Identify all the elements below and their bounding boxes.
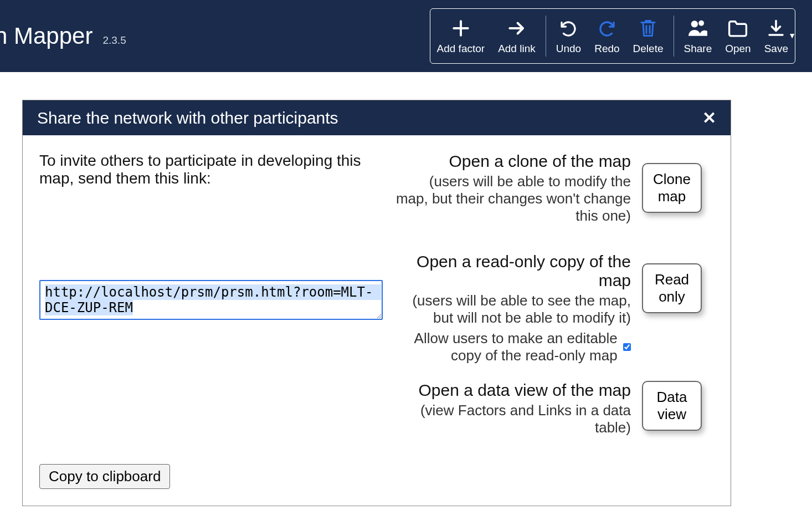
share-url-container bbox=[39, 280, 383, 364]
chevron-down-icon: ▼ bbox=[788, 31, 796, 40]
app-version: 2.3.5 bbox=[102, 34, 126, 47]
toolbar-separator bbox=[674, 16, 674, 57]
toolbar-label: Undo bbox=[556, 43, 581, 55]
toolbar-separator bbox=[546, 16, 546, 57]
toolbar-group-edit: Undo Redo Delete bbox=[549, 9, 670, 63]
read-only-button[interactable]: Read only bbox=[642, 263, 702, 313]
dialog-body: To invite others to participate in devel… bbox=[23, 135, 731, 506]
toolbar: Add factor Add link Undo Redo bbox=[430, 8, 795, 64]
trash-icon bbox=[638, 17, 658, 39]
delete-button[interactable]: Delete bbox=[626, 9, 670, 63]
svg-point-1 bbox=[698, 21, 704, 26]
readonly-option: Open a read-only copy of the map (users … bbox=[394, 252, 631, 364]
toolbar-label: Redo bbox=[594, 43, 619, 55]
toolbar-group-file: Share Open ▼ Save bbox=[677, 9, 795, 63]
add-link-button[interactable]: Add link bbox=[491, 9, 542, 63]
undo-button[interactable]: Undo bbox=[549, 9, 588, 63]
data-view-button[interactable]: Data view bbox=[642, 381, 702, 431]
dialog-title: Share the network with other participant… bbox=[37, 109, 338, 128]
users-icon bbox=[687, 17, 709, 39]
toolbar-label: Open bbox=[725, 43, 751, 55]
readonly-allow-checkbox[interactable] bbox=[623, 340, 631, 354]
clone-option: Open a clone of the map (users will be a… bbox=[394, 152, 631, 225]
download-icon bbox=[766, 17, 786, 39]
redo-icon bbox=[597, 17, 617, 39]
copy-to-clipboard-button[interactable]: Copy to clipboard bbox=[39, 464, 170, 489]
close-icon[interactable]: ✕ bbox=[702, 108, 716, 128]
readonly-title: Open a read-only copy of the map bbox=[394, 252, 631, 290]
svg-point-0 bbox=[691, 21, 698, 27]
plus-icon bbox=[450, 17, 471, 39]
share-url-input[interactable] bbox=[39, 280, 383, 320]
open-button[interactable]: Open bbox=[718, 9, 757, 63]
share-button[interactable]: Share bbox=[677, 9, 719, 63]
toolbar-label: Delete bbox=[633, 43, 664, 55]
app-title: n Mapper bbox=[0, 23, 92, 49]
share-dialog: Share the network with other participant… bbox=[22, 100, 731, 506]
add-factor-button[interactable]: Add factor bbox=[430, 9, 492, 63]
toolbar-group-add: Add factor Add link bbox=[430, 9, 542, 63]
top-bar: n Mapper 2.3.5 Add factor Add link bbox=[0, 0, 812, 72]
readonly-allow-row: Allow users to make an editable copy of … bbox=[394, 330, 631, 364]
undo-icon bbox=[558, 17, 578, 39]
clone-map-button[interactable]: Clone map bbox=[642, 163, 702, 213]
dataview-subtitle: (view Factors and Links in a data table) bbox=[394, 402, 631, 436]
save-button[interactable]: ▼ Save bbox=[758, 9, 795, 63]
toolbar-label: Add factor bbox=[437, 43, 485, 55]
toolbar-label: Share bbox=[684, 43, 712, 55]
dataview-title: Open a data view of the map bbox=[394, 381, 631, 400]
toolbar-label: Save bbox=[764, 43, 788, 55]
redo-button[interactable]: Redo bbox=[588, 9, 626, 63]
arrow-right-icon bbox=[506, 17, 527, 39]
dialog-header: Share the network with other participant… bbox=[23, 100, 731, 135]
copy-button-container: Copy to clipboard bbox=[39, 464, 383, 489]
clone-title: Open a clone of the map bbox=[394, 152, 631, 171]
folder-icon bbox=[727, 17, 749, 39]
share-instruction: To invite others to participate in devel… bbox=[39, 152, 383, 225]
toolbar-label: Add link bbox=[498, 43, 536, 55]
clone-subtitle: (users will be able to modify the map, b… bbox=[394, 173, 631, 225]
brand: n Mapper 2.3.5 bbox=[0, 23, 126, 49]
readonly-subtitle: (users will be able to see the map, but … bbox=[394, 292, 631, 327]
dataview-option: Open a data view of the map (view Factor… bbox=[394, 381, 631, 489]
readonly-allow-label: Allow users to make an editable copy of … bbox=[394, 330, 618, 364]
